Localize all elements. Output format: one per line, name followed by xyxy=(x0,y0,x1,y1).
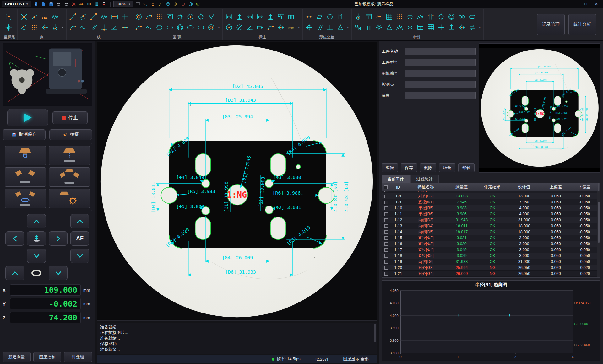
table-row[interactable]: 1-21对齐[G4]26.009NG26.0500.020-0.020 xyxy=(382,271,600,277)
table-row[interactable]: 1-9直径[Φ1]7.945OK7.9500.050-0.050 xyxy=(382,199,600,205)
stage-up-button[interactable] xyxy=(27,214,46,228)
circle-basic-icon[interactable] xyxy=(134,12,144,22)
z-up-button[interactable] xyxy=(70,214,89,228)
joystick-control-icon[interactable] xyxy=(195,1,202,7)
special-matrix-icon[interactable] xyxy=(395,12,405,22)
circle-gear-icon[interactable] xyxy=(175,12,185,22)
dim-step-icon[interactable] xyxy=(276,12,286,22)
row-checkbox[interactable] xyxy=(384,201,388,204)
line-cross-icon[interactable] xyxy=(120,12,130,22)
coaxial-light-button[interactable] xyxy=(49,146,90,165)
point-focus-icon[interactable] xyxy=(50,23,60,32)
stage-right-button[interactable] xyxy=(49,231,68,246)
camera-view[interactable]: [D2] 45.035[D3] 31.943[G3] 25.994[R1] 4.… xyxy=(97,42,377,321)
table-scrollbar-thumb[interactable] xyxy=(598,202,600,243)
delete-elements-icon[interactable] xyxy=(71,1,77,7)
line-two-points-icon[interactable] xyxy=(68,12,78,22)
tol-perpendicularity-icon[interactable] xyxy=(325,23,335,32)
row-checkbox[interactable] xyxy=(384,206,388,210)
redo-icon[interactable] xyxy=(63,1,70,7)
tab-过程统计[interactable]: 过程统计 xyxy=(410,175,439,183)
dim-diameter-icon[interactable] xyxy=(235,23,244,32)
row-checkbox[interactable] xyxy=(384,191,388,192)
special-runout-icon[interactable] xyxy=(384,23,394,32)
table-row[interactable]: 1-18直径[Φ5]3.029OK3.0000.050-0.050 xyxy=(382,253,600,259)
table-row[interactable]: 1-12两线[D3]31.943OK31.9000.050-0.050 xyxy=(382,217,600,223)
row-checkbox[interactable] xyxy=(384,218,388,222)
circle-single-icon[interactable] xyxy=(186,12,195,22)
group-more-caret[interactable]: ▼ xyxy=(347,26,349,29)
view-cube-icon[interactable] xyxy=(165,1,171,7)
form-input-温度[interactable] xyxy=(405,92,476,99)
record-action-结合[interactable]: 结合 xyxy=(439,163,455,172)
coordinate-system-machine-icon[interactable] xyxy=(4,12,14,22)
tol-cylindricity-icon[interactable] xyxy=(335,12,345,22)
line-angle-icon[interactable] xyxy=(110,23,119,32)
line-perpendicular-icon[interactable] xyxy=(99,23,109,32)
calibration-target-icon[interactable] xyxy=(180,1,187,7)
special-probe-icon[interactable] xyxy=(353,12,363,22)
arc-polygon-icon[interactable] xyxy=(155,23,164,32)
close-button[interactable]: ✕ xyxy=(592,1,601,7)
line-midline-icon[interactable] xyxy=(89,23,99,32)
table-row[interactable]: 1-13两线[D4]18.011OK18.0000.050-0.050 xyxy=(382,223,600,229)
row-checkbox[interactable] xyxy=(384,248,388,252)
group-more-caret[interactable]: ▼ xyxy=(218,26,220,29)
special-box-icon[interactable] xyxy=(364,12,373,22)
arc-basic-icon[interactable] xyxy=(134,23,144,32)
circle-probe-icon[interactable] xyxy=(196,12,206,22)
special-gear-icon[interactable] xyxy=(405,12,415,22)
light-settings-button[interactable] xyxy=(49,189,90,208)
special-scan-line-icon[interactable] xyxy=(374,12,384,22)
tol-position-icon[interactable] xyxy=(304,23,314,32)
language-globe-icon[interactable] xyxy=(187,1,194,7)
select-all-icon[interactable]: ALL xyxy=(78,1,85,7)
point-midpoint-icon[interactable] xyxy=(40,12,50,22)
stop-button[interactable]: 停止 xyxy=(52,111,88,124)
log-scrollbar[interactable] xyxy=(374,324,376,342)
display-screen-icon[interactable] xyxy=(135,1,141,7)
tol-straightness-icon[interactable] xyxy=(304,12,314,22)
tol-runout-icon[interactable] xyxy=(335,23,345,32)
special-peaks-icon[interactable] xyxy=(395,23,405,32)
table-row[interactable]: 1-7对齐[G1]13.998OK14.0000.050-0.050 xyxy=(382,191,600,193)
tab-当前工件[interactable]: 当前工件 xyxy=(382,175,410,183)
line-single-icon[interactable] xyxy=(89,12,99,22)
bottom-light-button[interactable] xyxy=(5,146,46,165)
special-compare-icon[interactable] xyxy=(426,12,436,22)
table-row[interactable]: 1-10半径[R5]3.983OK4.0000.050-0.050 xyxy=(382,205,600,211)
arc-slot-icon[interactable] xyxy=(196,23,206,32)
column-header-特征名称[interactable]: 特征名称 xyxy=(406,183,445,191)
arc-notch-icon[interactable] xyxy=(165,23,175,32)
column-header-ID[interactable]: ID xyxy=(390,183,406,191)
special-cross-icon[interactable] xyxy=(436,23,446,32)
group-more-caret[interactable]: ▼ xyxy=(298,26,300,29)
special-window-icon[interactable] xyxy=(416,23,425,32)
open-file-icon[interactable] xyxy=(41,1,47,7)
special-locate-icon[interactable] xyxy=(457,23,467,32)
circle-matrix-icon[interactable] xyxy=(155,12,164,22)
line-angled-icon[interactable] xyxy=(79,12,88,22)
table-row[interactable]: 1-11半径[R6]3.986OK4.0000.050-0.050 xyxy=(382,211,600,217)
line-segment-icon[interactable] xyxy=(120,23,130,32)
record-action-卸载[interactable]: 卸载 xyxy=(458,163,475,172)
special-capsule-icon[interactable] xyxy=(467,12,477,22)
point-offset-icon[interactable] xyxy=(19,23,29,32)
arc-ellipse-icon[interactable] xyxy=(186,23,195,32)
row-checkbox[interactable] xyxy=(384,212,388,216)
column-header-设计值[interactable]: 设计值 xyxy=(507,183,541,191)
minimize-button[interactable]: ─ xyxy=(570,1,580,7)
capture-button[interactable]: 拍摄 xyxy=(49,129,92,140)
dim-vertical-icon[interactable] xyxy=(235,12,244,22)
arc-double-icon[interactable] xyxy=(175,23,185,32)
dim-height-icon[interactable] xyxy=(266,12,275,22)
zoom-3d-icon[interactable] xyxy=(157,1,164,7)
row-checkbox[interactable] xyxy=(384,224,388,228)
ribbon-action-统计分析[interactable]: 统计分析 xyxy=(568,14,596,35)
dim-horizontal-icon[interactable] xyxy=(224,12,234,22)
side-lights-button[interactable] xyxy=(5,167,46,187)
point-construct-icon[interactable] xyxy=(40,23,50,32)
arc-ring-icon[interactable] xyxy=(206,23,216,32)
magnet-snap-icon[interactable] xyxy=(101,1,107,7)
coordinate-system-part-icon[interactable] xyxy=(4,23,14,32)
